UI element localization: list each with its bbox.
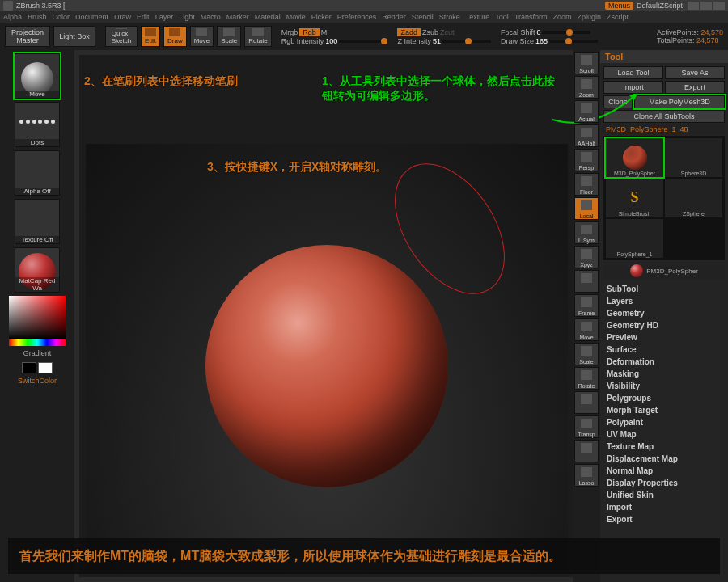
- window-max-icon[interactable]: [700, 2, 712, 10]
- document-canvas[interactable]: 3、按快捷键X，开启X轴对称雕刻。: [86, 144, 568, 572]
- make-polymesh-button[interactable]: Make PolyMesh3D: [634, 95, 725, 108]
- section-normal-map[interactable]: Normal Map: [600, 465, 728, 477]
- menu-layer[interactable]: Layer: [155, 13, 174, 21]
- shelf-blank-button[interactable]: [574, 440, 599, 462]
- shelf-scroll-button[interactable]: Scroll: [574, 52, 599, 74]
- menu-marker[interactable]: Marker: [226, 13, 249, 21]
- shelf-blank-button[interactable]: [574, 270, 599, 293]
- menu-stencil[interactable]: Stencil: [412, 13, 434, 21]
- section-display-properties[interactable]: Display Properties: [600, 477, 728, 489]
- section-polypaint[interactable]: Polypaint: [600, 416, 728, 428]
- draw-button[interactable]: Draw: [163, 26, 187, 47]
- rgb-button[interactable]: Rgb: [299, 28, 320, 36]
- section-texture-map[interactable]: Texture Map: [600, 441, 728, 453]
- section-deformation[interactable]: Deformation: [600, 356, 728, 368]
- menu-texture[interactable]: Texture: [466, 13, 490, 21]
- menu-alpha[interactable]: Alpha: [3, 13, 22, 21]
- selected-tool-row[interactable]: PM3D_PolySpher: [603, 262, 725, 280]
- menu-zplugin[interactable]: Zplugin: [578, 13, 602, 21]
- menu-light[interactable]: Light: [179, 13, 195, 21]
- tool-item-sphere3d[interactable]: Sphere3D: [665, 138, 722, 177]
- export-button[interactable]: Export: [665, 81, 725, 94]
- menu-zoom[interactable]: Zoom: [553, 13, 572, 21]
- menu-zscript[interactable]: Zscript: [607, 13, 629, 21]
- menu-render[interactable]: Render: [382, 13, 406, 21]
- zsub-button[interactable]: Zsub: [422, 28, 438, 36]
- menu-edit[interactable]: Edit: [137, 13, 150, 21]
- tool-item-m3d_polyspher[interactable]: M3D_PolySpher: [606, 138, 663, 177]
- rotate-button[interactable]: Rotate: [244, 26, 272, 47]
- draw-size-slider[interactable]: [549, 40, 598, 43]
- shelf-rotate-button[interactable]: Rotate: [574, 367, 599, 390]
- clone-button[interactable]: Clone: [603, 95, 633, 108]
- menu-stroke[interactable]: Stroke: [439, 13, 460, 21]
- menu-brush[interactable]: Brush: [28, 13, 47, 21]
- menu-movie[interactable]: Movie: [286, 13, 306, 21]
- menu-material[interactable]: Material: [255, 13, 281, 21]
- swatch-white[interactable]: [38, 362, 53, 373]
- menu-transform[interactable]: Transform: [514, 13, 548, 21]
- tool-item-simplebrush[interactable]: SSimpleBrush: [606, 179, 663, 217]
- section-polygroups[interactable]: Polygroups: [600, 392, 728, 404]
- alpha-thumb[interactable]: Alpha Off: [15, 150, 60, 196]
- rgb-intensity-slider[interactable]: [339, 40, 387, 43]
- shelf-zoom-button[interactable]: Zoom: [574, 76, 599, 99]
- save-as-button[interactable]: Save As: [665, 66, 725, 79]
- shelf-scale-button[interactable]: Scale: [574, 343, 599, 365]
- shelf-persp-button[interactable]: Persp: [574, 149, 599, 171]
- section-displacement-map[interactable]: Displacement Map: [600, 453, 728, 465]
- section-geometry[interactable]: Geometry: [600, 307, 728, 319]
- hue-slider[interactable]: [9, 340, 66, 346]
- tool-item-polysphere_1[interactable]: PolySphere_1: [606, 219, 663, 258]
- focal-shift-slider[interactable]: [542, 31, 590, 34]
- shelf-local-button[interactable]: Local: [574, 197, 599, 220]
- sculpt-sphere[interactable]: [205, 245, 448, 487]
- section-morph-target[interactable]: Morph Target: [600, 404, 728, 416]
- section-geometry-hd[interactable]: Geometry HD: [600, 319, 728, 331]
- material-thumb[interactable]: MatCap Red Wa: [15, 247, 60, 293]
- shelf-xpyz-button[interactable]: Xpyz: [574, 246, 599, 268]
- tool-item-zsphere[interactable]: ZSphere: [665, 179, 722, 217]
- move-button[interactable]: Move: [190, 26, 214, 47]
- section-layers[interactable]: Layers: [600, 295, 728, 307]
- shelf-floor-button[interactable]: Floor: [574, 173, 599, 196]
- zcut-button[interactable]: Zcut: [440, 28, 455, 36]
- window-close-icon[interactable]: [713, 2, 725, 10]
- menu-tool[interactable]: Tool: [495, 13, 509, 21]
- zadd-button[interactable]: Zadd: [397, 28, 421, 36]
- section-subtool[interactable]: SubTool: [600, 283, 728, 295]
- section-export[interactable]: Export: [600, 513, 728, 525]
- clone-all-subtools-button[interactable]: Clone All SubTools: [603, 110, 725, 123]
- menu-draw[interactable]: Draw: [114, 13, 131, 21]
- gradient-label[interactable]: Gradient: [3, 349, 71, 357]
- shelf-blank-button[interactable]: [574, 391, 599, 414]
- projection-master-button[interactable]: Projection Master: [5, 26, 50, 47]
- mrgb-button[interactable]: Mrgb: [281, 28, 298, 36]
- shelf-actual-button[interactable]: Actual: [574, 100, 599, 123]
- import-button[interactable]: Import: [603, 81, 663, 94]
- menu-macro[interactable]: Macro: [201, 13, 221, 21]
- section-masking[interactable]: Masking: [600, 368, 728, 380]
- switchcolor-button[interactable]: SwitchColor: [3, 377, 71, 385]
- zscript-name[interactable]: DefaultZScript: [637, 2, 683, 10]
- swatch-black[interactable]: [22, 362, 36, 373]
- menu-document[interactable]: Document: [75, 13, 108, 21]
- section-surface[interactable]: Surface: [600, 344, 728, 356]
- brush-thumb[interactable]: Move: [15, 53, 60, 99]
- shelf-frame-button[interactable]: Frame: [574, 294, 599, 317]
- scale-button[interactable]: Scale: [217, 26, 241, 47]
- section-preview[interactable]: Preview: [600, 331, 728, 344]
- section-visibility[interactable]: Visibility: [600, 380, 728, 392]
- menu-preferences[interactable]: Preferences: [337, 13, 377, 21]
- shelf-aahalf-button[interactable]: AAHalf: [574, 124, 599, 147]
- shelf-l.sym-button[interactable]: L.Sym: [574, 221, 599, 244]
- quicksketch-button[interactable]: Quick Sketch: [105, 26, 138, 47]
- shelf-transp-button[interactable]: Transp: [574, 415, 599, 438]
- m-button[interactable]: M: [321, 28, 328, 36]
- stroke-thumb[interactable]: Dots: [15, 102, 60, 147]
- window-min-icon[interactable]: [688, 2, 699, 10]
- menus-pill[interactable]: Menus: [605, 2, 633, 10]
- section-unified-skin[interactable]: Unified Skin: [600, 489, 728, 501]
- color-picker[interactable]: [9, 296, 66, 340]
- shelf-lasso-button[interactable]: Lasso: [574, 464, 599, 487]
